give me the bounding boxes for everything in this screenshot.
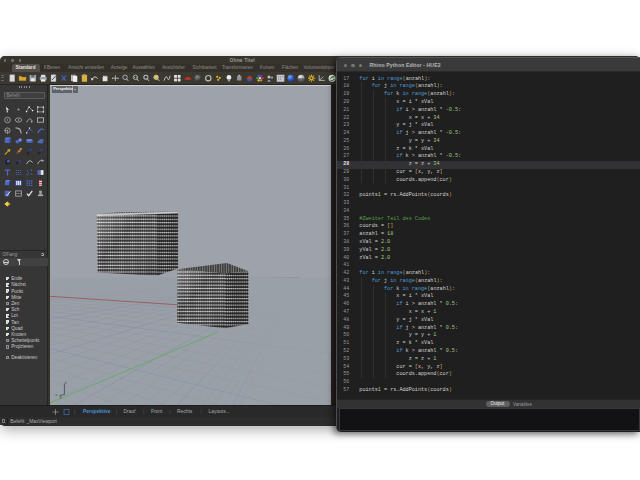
svg-text:z: z — [64, 379, 66, 384]
